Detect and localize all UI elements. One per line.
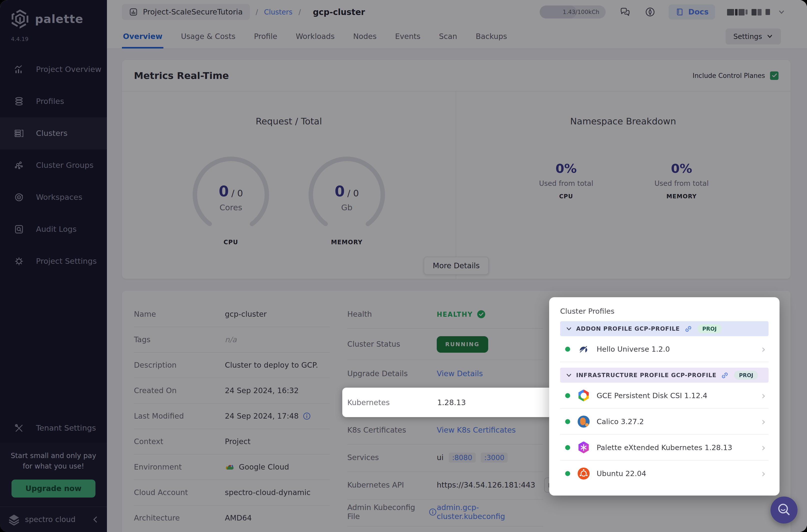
kubernetes-label: Kubernetes — [347, 398, 437, 407]
status-dot-green — [565, 445, 570, 450]
status-dot-green — [565, 419, 570, 424]
ubuntu-icon — [578, 467, 589, 479]
profile-item-name: GCE Persistent Disk CSI 1.12.4 — [597, 392, 707, 399]
chevron-right-icon: › — [762, 344, 766, 354]
link-icon — [684, 325, 692, 332]
chevron-right-icon: › — [762, 391, 766, 400]
gce-disk-icon — [578, 390, 589, 401]
addon-profile-header-label: ADDON PROFILE GCP-PROFILE — [576, 325, 680, 332]
status-dot-green — [565, 393, 570, 398]
cluster-profiles-title: Cluster Profiles — [560, 307, 769, 315]
cluster-profiles-popup: Cluster Profiles ADDON PROFILE GCP-PROFI… — [549, 297, 780, 496]
search-icon — [775, 501, 792, 518]
chevron-right-icon: › — [762, 468, 766, 478]
app-window: palette 4.4.19 Project Overview Profiles — [0, 0, 807, 532]
hello-universe-icon — [578, 343, 589, 355]
kubernetes-version-value: 1.28.13 — [437, 398, 466, 407]
profile-item-palette-extended-kubernetes[interactable]: Palette eXtended Kubernetes 1.28.13 › — [560, 435, 769, 460]
infrastructure-profile-header-label: INFRASTRUCTURE PROFILE GCP-PROFILE — [576, 372, 716, 379]
profile-item-gce-persistent-disk[interactable]: GCE Persistent Disk CSI 1.12.4 › — [560, 383, 769, 408]
kubernetes-version-spotlight[interactable]: Kubernetes 1.28.13 — [342, 388, 558, 417]
profile-item-name: Palette eXtended Kubernetes 1.28.13 — [597, 443, 732, 451]
search-fab-button[interactable] — [771, 496, 797, 524]
status-dot-green — [565, 346, 570, 352]
addon-profile-section-header[interactable]: ADDON PROFILE GCP-PROFILE PROJ — [560, 321, 769, 336]
profile-item-name: Hello Universe 1.2.0 — [597, 345, 670, 353]
chevron-down-icon — [566, 373, 571, 378]
profile-item-hello-universe[interactable]: Hello Universe 1.2.0 › — [560, 336, 769, 362]
proj-scope-badge: PROJ — [734, 370, 758, 380]
infrastructure-profile-section-header[interactable]: INFRASTRUCTURE PROFILE GCP-PROFILE PROJ — [560, 368, 769, 383]
status-dot-green — [565, 471, 570, 476]
chevron-right-icon: › — [762, 416, 766, 426]
link-icon — [721, 372, 729, 379]
profile-item-name: Calico 3.27.2 — [597, 417, 644, 425]
profile-item-name: Ubuntu 22.04 — [597, 469, 646, 477]
chevron-right-icon: › — [762, 442, 766, 452]
calico-icon — [578, 415, 589, 428]
proj-scope-badge: PROJ — [697, 324, 721, 333]
chevron-down-icon — [566, 326, 571, 331]
profile-item-calico[interactable]: Calico 3.27.2 › — [560, 408, 769, 435]
profile-item-ubuntu[interactable]: Ubuntu 22.04 › — [560, 460, 769, 486]
pxk-icon — [578, 441, 589, 453]
